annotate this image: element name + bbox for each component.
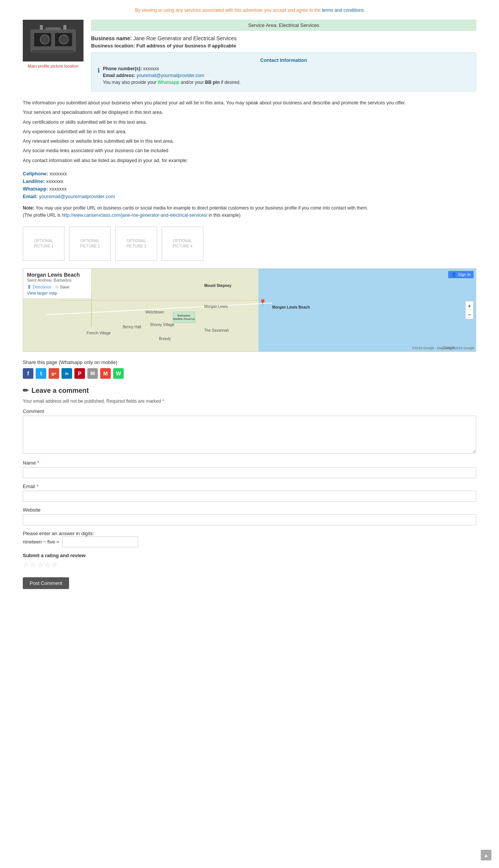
service-area-banner: Service Area: Electrical Services <box>91 20 476 31</box>
optional-picture-3: OPTIONAL PICTURE 3 <box>115 227 157 261</box>
twitter-share-button[interactable]: t <box>36 368 46 379</box>
website-field-group: Website <box>23 507 476 525</box>
svg-rect-8 <box>40 25 43 30</box>
directions-icon: ⬆ <box>27 284 31 290</box>
cellphone-value: xxxxxxx <box>50 171 67 176</box>
website-label: Website <box>23 507 476 513</box>
post-comment-button[interactable]: Post Comment <box>23 577 69 589</box>
person-icon: 👤 <box>451 272 456 277</box>
map-label-benny: Benny Hall <box>123 325 141 329</box>
map-water <box>258 269 476 351</box>
optional-picture-2: OPTIONAL PICTURE 2 <box>69 227 111 261</box>
star-1[interactable]: ☆ <box>23 561 29 569</box>
svg-point-5 <box>59 35 68 44</box>
comment-field-group: Comment <box>23 408 476 455</box>
email-form-label: Email * <box>23 484 476 489</box>
googleplus-share-button[interactable]: g+ <box>49 368 59 379</box>
note-bold: Note: <box>23 205 35 211</box>
email-share-button[interactable]: ✉ <box>87 368 98 379</box>
email-list-label: Email: <box>23 194 38 199</box>
map-label-beach: Morgan Lewis Beach <box>272 305 310 309</box>
optional-picture-1: OPTIONAL PICTURE 1 <box>23 227 65 261</box>
contact-list: Cellphone: xxxxxxx Landline: xxxxxxx Wha… <box>23 171 476 199</box>
share-icons: f t g+ in P ✉ M W <box>23 368 476 379</box>
linkedin-share-button[interactable]: in <box>61 368 72 379</box>
directions-button[interactable]: ⬆ Directions <box>27 284 51 290</box>
landline-value: xxxxxxx <box>46 178 63 184</box>
star-2[interactable]: ☆ <box>30 561 36 569</box>
rating-label: Submit a rating and review <box>23 553 476 558</box>
pencil-icon: ✏ <box>23 386 28 395</box>
business-description: The information you submitted about your… <box>23 99 476 165</box>
optional-picture-4: OPTIONAL PICTURE 4 <box>162 227 203 261</box>
zoom-out-button[interactable]: − <box>466 310 473 319</box>
zoom-in-button[interactable]: + <box>466 302 473 310</box>
comments-section: ✏ Leave a comment Your email address wil… <box>23 386 476 589</box>
share-section: Share this page (Whatsapp only on mobile… <box>23 359 476 379</box>
captcha-question: nineteen − five = <box>23 539 59 545</box>
website-input[interactable] <box>23 514 476 525</box>
profile-header: Main profile picture location Service Ar… <box>23 20 476 91</box>
name-field-group: Name * <box>23 460 476 478</box>
map-section: Mount Stepney Welchtown Morgan Lewis Sho… <box>23 268 476 352</box>
stars: ☆ ☆ ☆ ☆ ☆ <box>23 561 476 569</box>
terms-link[interactable]: terms and conditions <box>322 8 364 13</box>
phone-value: xxxxxxx <box>143 66 159 71</box>
gmail-share-button[interactable]: M <box>100 368 111 379</box>
svg-point-4 <box>40 35 49 44</box>
svg-rect-9 <box>63 25 66 30</box>
star-4[interactable]: ☆ <box>44 561 50 569</box>
rating-section: Submit a rating and review ☆ ☆ ☆ ☆ ☆ <box>23 553 476 569</box>
svg-rect-7 <box>46 27 61 30</box>
whatsapp-value: xxxxxxx <box>49 186 67 192</box>
comment-textarea[interactable] <box>23 416 476 454</box>
star-5[interactable]: ☆ <box>52 561 58 569</box>
profile-image-label: Main profile picture location <box>28 64 79 68</box>
map-label-mountstepney: Mount Stepney <box>204 284 231 288</box>
map-label-breedy: Breedy <box>159 337 171 341</box>
map-road2 <box>59 300 263 301</box>
name-input[interactable] <box>23 467 476 478</box>
map-actions: ⬆ Directions ☆ Save <box>27 284 87 290</box>
whatsapp-share-button[interactable]: W <box>113 368 124 379</box>
map-label-morganlewis: Morgan Lewis <box>204 304 228 309</box>
map-place-name: Morgan Lewis Beach <box>27 272 87 278</box>
contact-box: Contact Information ℹ Phone number(s): x… <box>91 52 476 91</box>
map-sign-in-button[interactable]: 👤 Sign in <box>448 271 474 278</box>
comment-label: Comment <box>23 408 476 414</box>
map-label-savannah: The Savannah <box>204 328 229 332</box>
save-button[interactable]: ☆ Save <box>55 285 69 290</box>
business-location: Business location: Full address of your … <box>91 43 476 49</box>
whatsapp-link: Whatsapp <box>157 80 179 85</box>
email-list-link[interactable]: youremail@youremailprovider.com <box>39 194 115 199</box>
profile-image <box>23 20 83 61</box>
cellphone-label: Cellphone: <box>23 171 48 176</box>
captcha-instruction: Please enter an answer in digits: <box>23 531 476 536</box>
bb-pin: BB pin <box>205 80 220 85</box>
required-note: Your email address will not be published… <box>23 399 476 404</box>
map-place-location: Saint Andrew, Barbados <box>27 278 87 282</box>
map-container: Mount Stepney Welchtown Morgan Lewis Sho… <box>23 268 476 352</box>
profile-details: Service Area: Electrical Services Busine… <box>91 20 476 91</box>
email-link[interactable]: youremail@yourmailprovider.com <box>137 73 204 78</box>
star-icon: ☆ <box>55 285 59 290</box>
map-pin: 📍 <box>258 299 267 307</box>
view-larger-map-link[interactable]: View larger map <box>27 291 87 295</box>
info-icon: ℹ <box>98 67 100 74</box>
optional-pictures: OPTIONAL PICTURE 1 OPTIONAL PICTURE 2 OP… <box>23 227 476 261</box>
map-wildlife-reserve: Barbados Wildlife Reserve <box>173 312 195 323</box>
name-label: Name * <box>23 460 476 466</box>
captcha-input[interactable] <box>62 536 138 547</box>
whatsapp-label: Whatsapp: <box>23 186 48 192</box>
landline-label: Landline: <box>23 178 45 184</box>
profile-image-section: Main profile picture location <box>23 20 83 91</box>
facebook-share-button[interactable]: f <box>23 368 33 379</box>
contact-title: Contact Information <box>98 57 470 63</box>
profile-url-link[interactable]: http://www.cariservclass.com/jane-roe-ge… <box>62 213 207 218</box>
email-input[interactable] <box>23 491 476 502</box>
email-field-group: Email * <box>23 484 476 502</box>
profile-note: Note: You may use your profile URL on bu… <box>23 205 476 219</box>
star-3[interactable]: ☆ <box>37 561 43 569</box>
pinterest-share-button[interactable]: P <box>74 368 85 379</box>
captcha-row: nineteen − five = <box>23 536 476 547</box>
